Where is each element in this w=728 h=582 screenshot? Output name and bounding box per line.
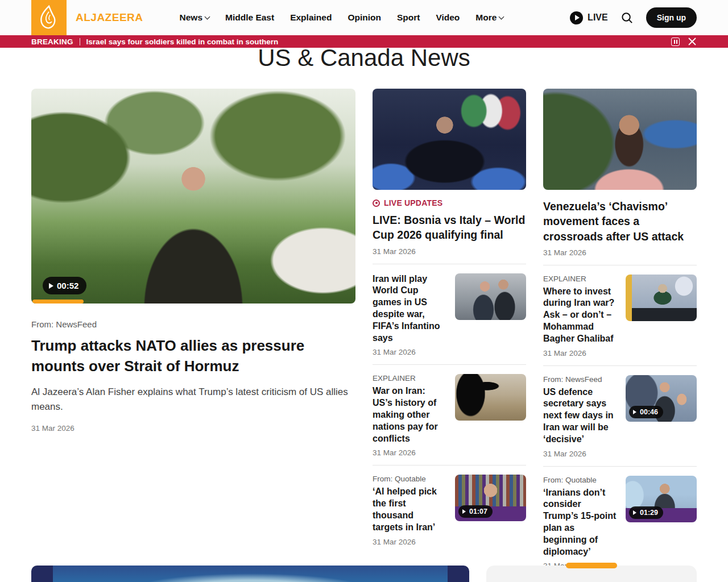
main-nav: News Middle East Explained Opinion Sport… <box>180 13 504 23</box>
page-title: US & Canada News <box>0 44 728 72</box>
live-button[interactable]: LIVE <box>570 11 608 24</box>
story-headline[interactable]: Where to invest during Iran war? Ask – o… <box>543 286 617 345</box>
story-kicker: From: Quotable <box>543 476 617 484</box>
story-item[interactable]: Iran will play World Cup games in US des… <box>373 264 526 365</box>
live-dot-icon <box>373 199 380 207</box>
featured-description: Al Jazeera’s Alan Fisher explains what T… <box>31 385 355 415</box>
play-icon <box>633 410 636 414</box>
story-thumbnail[interactable]: 01:07 <box>455 475 526 521</box>
video-duration-badge: 00:46 <box>629 406 663 418</box>
featured-headline[interactable]: Trump attacks NATO allies as pressure mo… <box>31 336 355 377</box>
lead-headline[interactable]: LIVE: Bosnia vs Italy – World Cup 2026 q… <box>373 213 526 242</box>
story-date: 31 Mar 2026 <box>31 424 355 433</box>
story-headline[interactable]: Iran will play World Cup games in US des… <box>373 273 446 344</box>
video-duration-badge: 00:52 <box>43 277 86 294</box>
nav-item-video[interactable]: Video <box>436 13 460 23</box>
play-icon <box>462 509 466 514</box>
search-icon[interactable] <box>621 11 634 24</box>
close-icon[interactable] <box>688 37 697 46</box>
lead-headline[interactable]: Venezuela’s ‘Chavismo’ movement faces a … <box>543 199 697 243</box>
newsletter-card[interactable]: Sign up for Al Jazeera <box>486 566 697 582</box>
signup-button[interactable]: Sign up <box>646 7 697 28</box>
lead-story-image[interactable] <box>543 89 697 190</box>
story-kicker: From: NewsFeed <box>543 375 617 384</box>
story-thumbnail[interactable] <box>455 273 526 320</box>
breaking-separator <box>80 38 80 45</box>
column-3: Venezuela’s ‘Chavismo’ movement faces a … <box>543 89 697 578</box>
nav-item-explained[interactable]: Explained <box>290 13 332 23</box>
story-date: 31 Mar 2026 <box>543 349 617 357</box>
story-list: Iran will play World Cup games in US des… <box>373 264 526 554</box>
live-updates-label: LIVE UPDATES <box>384 198 442 207</box>
live-updates-row: LIVE UPDATES <box>373 198 526 207</box>
breaking-controls <box>671 37 697 46</box>
video-duration-badge: 01:07 <box>458 505 493 518</box>
story-headline[interactable]: US defence secretary says next few days … <box>543 386 617 446</box>
story-item[interactable]: From: NewsFeed US defence secretary says… <box>543 366 697 467</box>
breaking-label: BREAKING <box>31 38 73 46</box>
story-item[interactable]: From: Quotable ‘Iranians don’t consider … <box>543 467 697 579</box>
chevron-down-icon <box>205 14 210 19</box>
play-circle-icon <box>570 11 583 24</box>
story-item[interactable]: From: Quotable ‘AI helped pick the first… <box>373 465 526 554</box>
featured-story: 00:52 From: NewsFeed Trump attacks NATO … <box>31 89 355 432</box>
site-header: ALJAZEERA News Middle East Explained Opi… <box>0 0 728 35</box>
video-progress-bar <box>32 300 84 304</box>
breaking-news-bar: BREAKING Israel says four soldiers kille… <box>0 35 728 48</box>
story-date: 31 Mar 2026 <box>543 248 697 265</box>
story-headline[interactable]: ‘AI helped pick the first thousand targe… <box>373 486 446 533</box>
story-date: 31 Mar 2026 <box>373 247 526 264</box>
nav-item-opinion[interactable]: Opinion <box>348 13 381 23</box>
story-date: 31 Mar 2026 <box>543 450 617 458</box>
nav-item-more[interactable]: More <box>475 13 503 23</box>
story-date: 31 Mar 2026 <box>373 448 446 457</box>
story-thumbnail[interactable]: 01:29 <box>626 476 697 522</box>
aljazeera-wordmark[interactable]: ALJAZEERA <box>76 11 143 24</box>
story-date: 31 Mar 2026 <box>373 348 446 356</box>
bottom-section: Sign up for Al Jazeera <box>31 566 697 582</box>
live-label: LIVE <box>588 13 608 23</box>
play-icon <box>633 510 636 515</box>
newsletter-accent-bar <box>566 563 617 568</box>
breaking-headline-link[interactable]: Israel says four soldiers killed in comb… <box>86 38 279 46</box>
main-content: 00:52 From: NewsFeed Trump attacks NATO … <box>0 89 728 578</box>
lead-story-image[interactable] <box>373 89 526 190</box>
chevron-down-icon <box>499 14 504 19</box>
story-kicker: From: Quotable <box>373 475 446 483</box>
story-thumbnail[interactable] <box>626 275 697 321</box>
story-kicker: EXPLAINER <box>373 374 446 383</box>
nav-item-sport[interactable]: Sport <box>397 13 420 23</box>
story-headline[interactable]: War on Iran: US’s history of making othe… <box>373 385 446 444</box>
aljazeera-flame-icon <box>37 5 61 31</box>
story-date: 31 Mar 2026 <box>373 538 446 546</box>
story-headline[interactable]: ‘Iranians don’t consider Trump’s 15-poin… <box>543 487 617 558</box>
story-kicker: From: NewsFeed <box>31 319 355 329</box>
nav-item-middle-east[interactable]: Middle East <box>225 13 274 23</box>
story-list: EXPLAINER Where to invest during Iran wa… <box>543 265 697 579</box>
pause-ticker-icon[interactable] <box>671 38 680 46</box>
nav-item-news[interactable]: News <box>180 13 210 23</box>
video-duration-badge: 01:29 <box>629 506 663 519</box>
story-item[interactable]: EXPLAINER War on Iran: US’s history of m… <box>373 365 526 465</box>
header-actions: LIVE Sign up <box>570 7 697 28</box>
featured-video-thumbnail[interactable]: 00:52 <box>31 89 355 304</box>
column-2: LIVE UPDATES LIVE: Bosnia vs Italy – Wor… <box>373 89 526 554</box>
aljazeera-logo[interactable] <box>31 0 67 35</box>
story-thumbnail[interactable]: 00:46 <box>626 375 697 422</box>
story-kicker: EXPLAINER <box>543 275 617 283</box>
story-thumbnail[interactable] <box>455 374 526 421</box>
play-icon <box>49 283 53 289</box>
story-item[interactable]: EXPLAINER Where to invest during Iran wa… <box>543 265 697 366</box>
bottom-story-image[interactable] <box>31 566 469 582</box>
